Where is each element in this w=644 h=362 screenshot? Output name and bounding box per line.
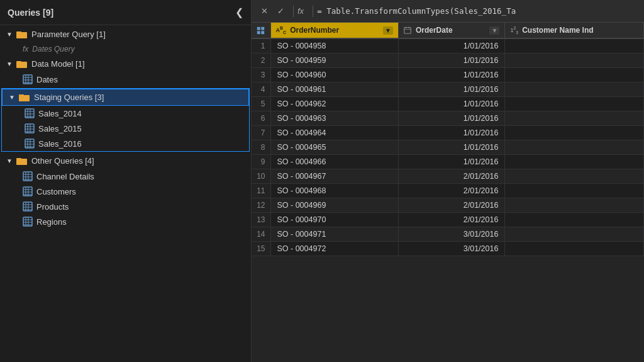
cell-order-date: 2/01/2016 <box>398 184 504 198</box>
table-row: 5SO - 00049621/01/2016 <box>252 97 644 111</box>
row-number: 1 <box>252 38 270 54</box>
right-panel: ✕ ✓ fx = Table.TransformColumnTypes(Sale… <box>252 0 644 362</box>
cell-order-date: 1/01/2016 <box>398 54 504 68</box>
cell-order-number: SO - 0004958 <box>270 38 398 54</box>
group-data-model[interactable]: ▼ Data Model [1] <box>0 56 251 72</box>
table-row: 4SO - 00049611/01/2016 <box>252 82 644 97</box>
table-icon <box>23 74 33 84</box>
item-regions[interactable]: Regions <box>0 214 251 229</box>
row-number: 5 <box>252 97 270 111</box>
item-channel-details[interactable]: Channel Details <box>0 169 251 184</box>
col-header-order-date[interactable]: OrderDate ▼ <box>398 23 504 38</box>
arrow-icon: ▼ <box>5 60 14 69</box>
cell-order-number: SO - 0004964 <box>270 126 398 140</box>
table-row: 6SO - 00049631/01/2016 <box>252 111 644 126</box>
table-icon <box>23 171 33 181</box>
item-sales-2014[interactable]: Sales_2014 <box>2 106 249 121</box>
table-row: 15SO - 00049723/01/2016 <box>252 242 644 256</box>
cell-order-number: SO - 0004961 <box>270 82 398 97</box>
cell-customer-name <box>505 111 644 126</box>
cell-order-date: 1/01/2016 <box>398 111 504 126</box>
item-customers-label: Customers <box>36 187 76 196</box>
table-row: 3SO - 00049601/01/2016 <box>252 68 644 82</box>
cell-order-number: SO - 0004962 <box>270 97 398 111</box>
filter-button-order-date[interactable]: ▼ <box>489 26 499 35</box>
row-number: 8 <box>252 140 270 155</box>
row-number: 11 <box>252 184 270 198</box>
table-icon <box>23 217 33 227</box>
cell-customer-name <box>505 140 644 155</box>
table-row: 1SO - 00049581/01/2016 <box>252 38 644 54</box>
svg-rect-3 <box>16 61 21 63</box>
sidebar-header: Queries [9] ❮ <box>0 0 251 25</box>
sidebar: Queries [9] ❮ ▼ Parameter Query [1] fx D… <box>0 0 252 362</box>
table-row: 7SO - 00049641/01/2016 <box>252 126 644 140</box>
cell-customer-name <box>505 68 644 82</box>
cell-order-number: SO - 0004965 <box>270 140 398 155</box>
separator <box>293 6 294 17</box>
group-label-data-model: Data Model [1] <box>31 59 85 69</box>
item-products-label: Products <box>36 202 69 212</box>
table-row: 8SO - 00049651/01/2016 <box>252 140 644 155</box>
item-dates-label: Dates <box>36 75 58 84</box>
cell-order-number: SO - 0004969 <box>270 198 398 213</box>
group-other-queries[interactable]: ▼ Other Queries [4] <box>0 153 251 169</box>
group-label-other-queries: Other Queries [4] <box>31 156 94 166</box>
confirm-button[interactable]: ✓ <box>273 4 288 19</box>
col-type-123-icon: 123 <box>510 26 518 35</box>
collapse-button[interactable]: ❮ <box>235 8 243 18</box>
row-number: 14 <box>252 227 270 242</box>
table-row: 9SO - 00049661/01/2016 <box>252 155 644 169</box>
item-dates[interactable]: Dates <box>0 72 251 87</box>
cell-order-number: SO - 0004967 <box>270 169 398 184</box>
cell-customer-name <box>505 97 644 111</box>
folder-icon <box>19 93 30 102</box>
item-products[interactable]: Products <box>0 199 251 214</box>
cell-customer-name <box>505 38 644 54</box>
col-header-order-number[interactable]: ABC OrderNumber ▼ <box>270 23 398 38</box>
formula-text[interactable]: = Table.TransformColumnTypes(Sales_2016_… <box>317 6 516 16</box>
col-header-customer-name[interactable]: 123 Customer Name Ind <box>505 23 644 38</box>
cell-order-date: 2/01/2016 <box>398 198 504 213</box>
item-sales-2016-label: Sales_2016 <box>38 139 82 149</box>
cell-order-date: 3/01/2016 <box>398 242 504 256</box>
cell-customer-name <box>505 54 644 68</box>
filter-button-order-number[interactable]: ▼ <box>383 26 393 35</box>
group-label-staging-queries: Staging Queries [3] <box>34 93 104 102</box>
group-parameter-query[interactable]: ▼ Parameter Query [1] <box>0 26 251 42</box>
row-number: 6 <box>252 111 270 126</box>
cell-order-number: SO - 0004963 <box>270 111 398 126</box>
cell-customer-name <box>505 213 644 227</box>
folder-icon <box>16 157 28 166</box>
item-sales-2016[interactable]: Sales_2016 <box>2 136 249 151</box>
row-number: 12 <box>252 198 270 213</box>
cell-customer-name <box>505 184 644 198</box>
table-icon <box>23 186 33 196</box>
dates-query-item[interactable]: fx Dates Query <box>0 42 251 56</box>
data-table-container: ABC OrderNumber ▼ <box>252 23 644 362</box>
svg-rect-31 <box>16 158 21 160</box>
table-row: 13SO - 00049702/01/2016 <box>252 213 644 227</box>
cell-order-number: SO - 0004959 <box>270 54 398 68</box>
separator <box>313 6 313 17</box>
table-row: 11SO - 00049682/01/2016 <box>252 184 644 198</box>
arrow-icon: ▼ <box>8 93 16 102</box>
svg-rect-58 <box>257 31 260 34</box>
cell-customer-name <box>505 198 644 213</box>
grid-icon <box>257 26 265 35</box>
cell-order-date: 3/01/2016 <box>398 227 504 242</box>
svg-rect-60 <box>404 28 411 34</box>
cell-order-date: 1/01/2016 <box>398 126 504 140</box>
table-row: 12SO - 00049692/01/2016 <box>252 198 644 213</box>
item-channel-details-label: Channel Details <box>36 172 94 181</box>
group-label-parameter-query: Parameter Query [1] <box>31 30 106 39</box>
staging-queries-group-wrapper: ▼ Staging Queries [3] <box>1 88 250 152</box>
cell-order-date: 2/01/2016 <box>398 169 504 184</box>
cell-order-date: 1/01/2016 <box>398 140 504 155</box>
table-icon <box>23 201 33 212</box>
group-staging-queries[interactable]: ▼ Staging Queries [3] <box>2 89 249 106</box>
cancel-button[interactable]: ✕ <box>257 4 272 19</box>
item-sales-2015[interactable]: Sales_2015 <box>2 121 249 136</box>
item-customers[interactable]: Customers <box>0 184 251 199</box>
row-number: 2 <box>252 54 270 68</box>
